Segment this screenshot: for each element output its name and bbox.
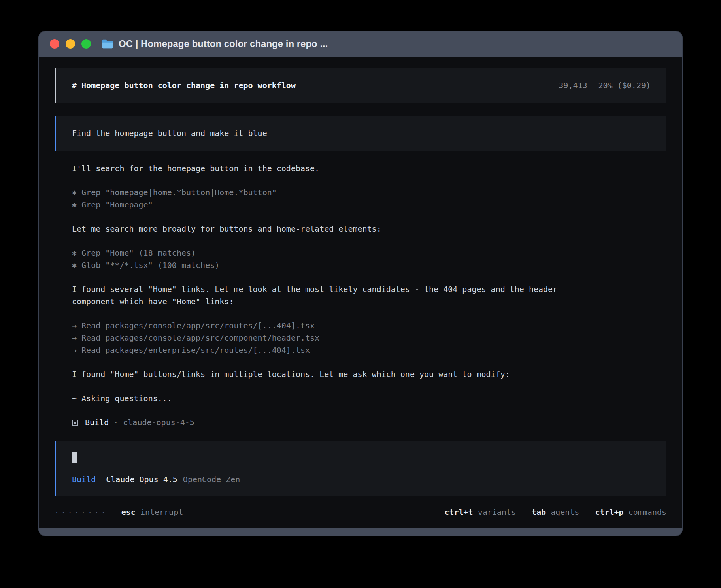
- terminal-content: # Homepage button color change in repo w…: [39, 57, 682, 528]
- provider-name: OpenCode Zen: [183, 473, 240, 486]
- agent-separator: ·: [113, 416, 118, 429]
- statusbar-left: ········ esc interrupt: [55, 506, 183, 518]
- window-bottom-chrome: [39, 528, 682, 536]
- interrupt-label: interrupt: [140, 507, 183, 517]
- agent-icon: [72, 420, 78, 426]
- statusbar-right: ctrl+t variants tab agents ctrl+p comman…: [444, 506, 666, 518]
- session-stats: 39,41320% ($0.29): [559, 79, 651, 92]
- model-name: Claude Opus 4.5: [106, 473, 177, 486]
- commands-key: ctrl+p: [595, 507, 623, 517]
- variants-hint: ctrl+t variants: [444, 506, 516, 518]
- statusbar: ········ esc interrupt ctrl+t variants t…: [55, 506, 666, 518]
- close-button[interactable]: [50, 39, 59, 49]
- folder-icon: [101, 39, 114, 49]
- prompt-input[interactable]: Build Claude Opus 4.5 OpenCode Zen: [55, 441, 666, 496]
- agent-model: claude-opus-4-5: [123, 416, 194, 429]
- zoom-button[interactable]: [81, 39, 91, 49]
- read-file-line: → Read packages/console/app/src/routes/[…: [72, 320, 666, 332]
- terminal-window: OC | Homepage button color change in rep…: [39, 31, 682, 536]
- spinner-dots: ········: [55, 506, 108, 518]
- assistant-status-text: ~ Asking questions...: [72, 392, 562, 405]
- assistant-text: I found "Home" buttons/links in multiple…: [72, 368, 562, 381]
- agents-label: agents: [551, 507, 579, 517]
- read-file-line: → Read packages/enterprise/src/routes/[.…: [72, 344, 666, 356]
- commands-hint: ctrl+p commands: [595, 506, 666, 518]
- tool-call-line: ✱ Glob "**/*.tsx" (100 matches): [72, 259, 666, 271]
- minimize-button[interactable]: [66, 39, 75, 49]
- agent-name: Build: [85, 416, 109, 429]
- commands-label: commands: [629, 507, 666, 517]
- tool-call-group: ✱ Grep "Home" (18 matches) ✱ Glob "**/*.…: [72, 247, 666, 271]
- variants-label: variants: [478, 507, 516, 517]
- token-count: 39,413: [559, 81, 587, 90]
- window-title: OC | Homepage button color change in rep…: [119, 38, 328, 49]
- input-status-line: Build Claude Opus 4.5 OpenCode Zen: [72, 473, 651, 486]
- assistant-text: I found several "Home" links. Let me loo…: [72, 283, 562, 308]
- agents-hint: tab agents: [532, 506, 579, 518]
- text-cursor: [72, 452, 77, 463]
- agents-key: tab: [532, 507, 546, 517]
- agent-status-line: Build · claude-opus-4-5: [72, 416, 666, 429]
- assistant-text: Let me search more broadly for buttons a…: [72, 223, 562, 235]
- traffic-lights: [50, 39, 91, 49]
- tool-call-line: ✱ Grep "Home" (18 matches): [72, 247, 666, 259]
- tool-call-group: ✱ Grep "homepage|home.*button|Home.*butt…: [72, 187, 666, 211]
- esc-key-label: esc: [121, 507, 136, 517]
- interrupt-hint: esc interrupt: [121, 506, 183, 518]
- tool-call-line: ✱ Grep "homepage|home.*button|Home.*butt…: [72, 187, 666, 199]
- titlebar[interactable]: OC | Homepage button color change in rep…: [39, 31, 682, 57]
- context-cost: 20% ($0.29): [598, 81, 651, 90]
- tool-call-line: ✱ Grep "Homepage": [72, 199, 666, 211]
- assistant-text: I'll search for the homepage button in t…: [72, 162, 562, 175]
- variants-key: ctrl+t: [444, 507, 473, 517]
- session-title: # Homepage button color change in repo w…: [72, 79, 296, 92]
- read-file-line: → Read packages/console/app/src/componen…: [72, 332, 666, 344]
- session-header: # Homepage button color change in repo w…: [55, 68, 666, 103]
- tool-call-group: → Read packages/console/app/src/routes/[…: [72, 320, 666, 356]
- mode-badge: Build: [72, 473, 96, 486]
- user-message-text: Find the homepage button and make it blu…: [72, 128, 267, 138]
- user-message: Find the homepage button and make it blu…: [55, 116, 666, 151]
